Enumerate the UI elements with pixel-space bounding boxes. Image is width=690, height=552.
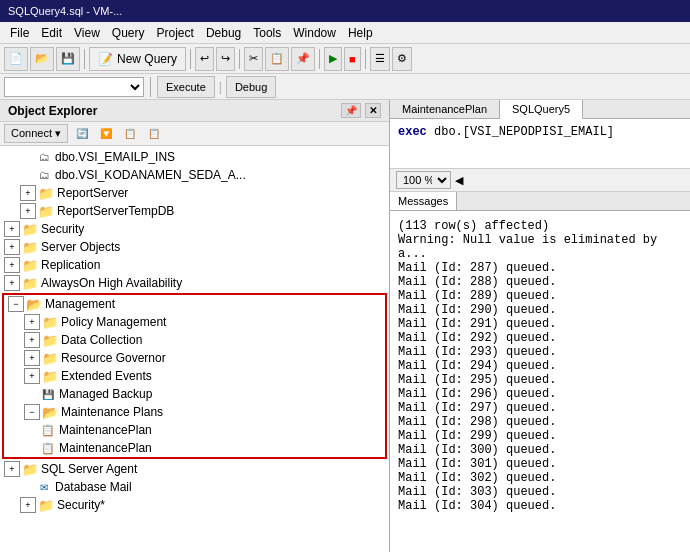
debug-button[interactable]: Debug bbox=[226, 76, 276, 98]
extended-events-expander[interactable]: + bbox=[24, 368, 40, 384]
tree-item-extended-events[interactable]: + 📁 Extended Events bbox=[4, 367, 385, 385]
output-line-2: Mail (Id: 288) queued. bbox=[398, 275, 682, 289]
output-line-3: Mail (Id: 289) queued. bbox=[398, 289, 682, 303]
right-panel: MaintenancePlan SQLQuery5 exec dbo.[VSI_… bbox=[390, 100, 690, 552]
resource-governor-expander[interactable]: + bbox=[24, 350, 40, 366]
tab-sqlquery5[interactable]: SQLQuery5 bbox=[500, 100, 583, 119]
refresh-btn[interactable]: 🔄 bbox=[72, 126, 92, 141]
connect-button[interactable]: Connect ▾ bbox=[4, 124, 68, 143]
tree-item-data-collection[interactable]: + 📁 Data Collection bbox=[4, 331, 385, 349]
security-expander[interactable]: + bbox=[4, 221, 20, 237]
tab-maintenance-plan[interactable]: MaintenancePlan bbox=[390, 100, 500, 118]
menu-help[interactable]: Help bbox=[342, 24, 379, 42]
save-btn[interactable]: 💾 bbox=[56, 47, 80, 71]
filter-btn[interactable]: 🔽 bbox=[96, 126, 116, 141]
tree-item-policy-mgmt[interactable]: + 📁 Policy Management bbox=[4, 313, 385, 331]
menu-tools[interactable]: Tools bbox=[247, 24, 287, 42]
tree-item-server-objects[interactable]: + 📁 Server Objects bbox=[0, 238, 389, 256]
menu-edit[interactable]: Edit bbox=[35, 24, 68, 42]
menu-window[interactable]: Window bbox=[287, 24, 342, 42]
paste-btn[interactable]: 📌 bbox=[291, 47, 315, 71]
menu-debug[interactable]: Debug bbox=[200, 24, 247, 42]
undo-btn[interactable]: ↩ bbox=[195, 47, 214, 71]
output-line-18: Mail (Id: 304) queued. bbox=[398, 499, 682, 513]
database-dropdown[interactable] bbox=[4, 77, 144, 97]
sep3 bbox=[239, 49, 240, 69]
menu-query[interactable]: Query bbox=[106, 24, 151, 42]
new-query-icon: 📝 bbox=[98, 52, 113, 66]
main-toolbar: 📄 📂 💾 📝 New Query ↩ ↪ ✂ 📋 📌 ▶ ■ ☰ ⚙ bbox=[0, 44, 690, 74]
alwayson-expander[interactable]: + bbox=[4, 275, 20, 291]
misc-btn1[interactable]: ☰ bbox=[370, 47, 390, 71]
tree-label-data-collection: Data Collection bbox=[61, 333, 142, 347]
menu-bar: File Edit View Query Project Debug Tools… bbox=[0, 22, 690, 44]
new-query-label: New Query bbox=[117, 52, 177, 66]
mail-icon: ✉ bbox=[36, 479, 52, 495]
zoom-select[interactable]: 100 % 75 % 50 % bbox=[396, 171, 451, 189]
server-objects-expander[interactable]: + bbox=[4, 239, 20, 255]
tree-item-maintenance-plans[interactable]: − 📂 Maintenance Plans bbox=[4, 403, 385, 421]
output-area: (113 row(s) affected) Warning: Null valu… bbox=[390, 211, 690, 552]
collapse-btn[interactable]: 📋 bbox=[120, 126, 140, 141]
expand-btn[interactable]: 📋 bbox=[144, 126, 164, 141]
menu-view[interactable]: View bbox=[68, 24, 106, 42]
oe-toolbar: Connect ▾ 🔄 🔽 📋 📋 bbox=[0, 122, 389, 146]
sep1 bbox=[84, 49, 85, 69]
menu-project[interactable]: Project bbox=[151, 24, 200, 42]
new-file-btn[interactable]: 📄 bbox=[4, 47, 28, 71]
pin-button[interactable]: 📌 bbox=[341, 103, 361, 118]
messages-tab[interactable]: Messages bbox=[390, 192, 457, 210]
folder-open-icon-management: 📂 bbox=[26, 296, 42, 312]
tree-item-resource-governor[interactable]: + 📁 Resource Governor bbox=[4, 349, 385, 367]
reportservertemp-expander[interactable]: + bbox=[20, 203, 36, 219]
redo-btn[interactable]: ↪ bbox=[216, 47, 235, 71]
tree-item-reportservertemp[interactable]: + 📁 ReportServerTempDB bbox=[0, 202, 389, 220]
close-panel-btn[interactable]: ✕ bbox=[365, 103, 381, 118]
tree-item-replication[interactable]: + 📁 Replication bbox=[0, 256, 389, 274]
new-query-button[interactable]: 📝 New Query bbox=[89, 47, 186, 71]
object-explorer-panel: Object Explorer 📌 ✕ Connect ▾ 🔄 🔽 📋 📋 🗂 … bbox=[0, 100, 390, 552]
tree-item-dbo-emailp[interactable]: 🗂 dbo.VSI_EMAILP_INS bbox=[0, 148, 389, 166]
management-expander[interactable]: − bbox=[8, 296, 24, 312]
tree-item-reportserver[interactable]: + 📁 ReportServer bbox=[0, 184, 389, 202]
tree-item-management[interactable]: − 📂 Management bbox=[4, 295, 385, 313]
tree-item-managed-backup[interactable]: 💾 Managed Backup bbox=[4, 385, 385, 403]
replication-expander[interactable]: + bbox=[4, 257, 20, 273]
stop-btn[interactable]: ■ bbox=[344, 47, 361, 71]
tree-item-security[interactable]: + 📁 Security bbox=[0, 220, 389, 238]
run-btn[interactable]: ▶ bbox=[324, 47, 342, 71]
sep2 bbox=[190, 49, 191, 69]
output-line-16: Mail (Id: 302) queued. bbox=[398, 471, 682, 485]
maintenance-plans-expander[interactable]: − bbox=[24, 404, 40, 420]
tree-item-sql-agent[interactable]: + 📁 SQL Server Agent bbox=[0, 460, 389, 478]
reportserver-expander[interactable]: + bbox=[20, 185, 36, 201]
save-icon: 💾 bbox=[61, 52, 75, 65]
editor-tabs: MaintenancePlan SQLQuery5 bbox=[390, 100, 690, 119]
nav-left-icon[interactable]: ◀ bbox=[455, 174, 463, 187]
data-collection-expander[interactable]: + bbox=[24, 332, 40, 348]
tree-item-dbo-kodan[interactable]: 🗂 dbo.VSI_KODANAMEN_SEDA_A... bbox=[0, 166, 389, 184]
folder-icon-reportservertemp: 📁 bbox=[38, 203, 54, 219]
title-controls: 📌 ✕ bbox=[341, 103, 381, 118]
tree-item-mplan1[interactable]: 📋 MaintenancePlan bbox=[4, 421, 385, 439]
folder-icon-data-collection: 📁 bbox=[42, 332, 58, 348]
tree-label-managed-backup: Managed Backup bbox=[59, 387, 152, 401]
sql-editor[interactable]: exec dbo.[VSI_NEPODPISI_EMAIL] bbox=[390, 119, 690, 169]
tree-item-security2[interactable]: + 📁 Security* bbox=[0, 496, 389, 514]
policy-mgmt-expander[interactable]: + bbox=[24, 314, 40, 330]
misc-btn2[interactable]: ⚙ bbox=[392, 47, 412, 71]
tree-label-mplan1: MaintenancePlan bbox=[59, 423, 152, 437]
copy-btn[interactable]: 📋 bbox=[265, 47, 289, 71]
execute-button[interactable]: Execute bbox=[157, 76, 215, 98]
cut-btn[interactable]: ✂ bbox=[244, 47, 263, 71]
security2-expander[interactable]: + bbox=[20, 497, 36, 513]
tree-item-database-mail[interactable]: ✉ Database Mail bbox=[0, 478, 389, 496]
menu-file[interactable]: File bbox=[4, 24, 35, 42]
sql-agent-expander[interactable]: + bbox=[4, 461, 20, 477]
main-layout: Object Explorer 📌 ✕ Connect ▾ 🔄 🔽 📋 📋 🗂 … bbox=[0, 100, 690, 552]
tree-item-mplan2[interactable]: 📋 MaintenancePlan bbox=[4, 439, 385, 457]
tree-item-alwayson[interactable]: + 📁 AlwaysOn High Availability bbox=[0, 274, 389, 292]
open-btn[interactable]: 📂 bbox=[30, 47, 54, 71]
table-icon: 🗂 bbox=[36, 149, 52, 165]
sp-name: dbo.[VSI_NEPODPISI_EMAIL] bbox=[434, 125, 614, 139]
